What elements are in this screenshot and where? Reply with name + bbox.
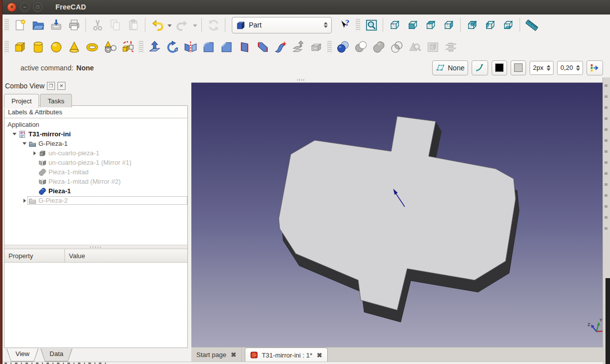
toolbar-separator — [520, 18, 520, 32]
new-document-button[interactable] — [11, 16, 29, 34]
tree-item-application[interactable]: Application — [4, 120, 187, 129]
panel-tab-data[interactable]: Data — [40, 349, 72, 362]
part-torus-icon — [85, 40, 99, 54]
view-fit-all-button[interactable] — [362, 16, 380, 34]
toolbar-drag-handle[interactable] — [327, 41, 332, 53]
part-thickness-button[interactable] — [307, 38, 325, 56]
view-rear-button[interactable] — [463, 16, 481, 34]
part-cylinder-button[interactable] — [29, 38, 47, 56]
part-extrude-button[interactable] — [145, 38, 163, 56]
part-sweep-button[interactable] — [271, 38, 289, 56]
view-right-button[interactable] — [440, 16, 458, 34]
part-cone-button[interactable] — [65, 38, 83, 56]
window-close-button[interactable]: ✕ — [7, 2, 16, 12]
toolbar-drag-handle[interactable] — [4, 41, 9, 53]
toolbar-drag-handle[interactable] — [356, 19, 360, 31]
part-common-button[interactable] — [388, 38, 406, 56]
window-minimize-button[interactable]: – — [20, 2, 29, 12]
mdi-tab-t31-mirror-ini-1[interactable]: T31-mirror-ini : 1*✖ — [245, 348, 328, 362]
part-mirror-button[interactable] — [181, 38, 199, 56]
apply-style-button[interactable] — [587, 60, 603, 75]
view-left-button[interactable] — [481, 16, 499, 34]
part-fillet-button[interactable] — [199, 38, 217, 56]
spinner-arrows[interactable] — [545, 65, 552, 71]
tree-item-un-cuarto-pieza-1[interactable]: un-cuarto-pieza-1 — [4, 148, 187, 158]
window-maximize-button[interactable]: □ — [33, 2, 42, 12]
draft-construction-mode-button[interactable] — [472, 60, 488, 75]
part-defeaturing-icon — [426, 40, 440, 54]
tree-expander[interactable] — [21, 199, 27, 203]
spinner-arrows[interactable] — [575, 65, 582, 71]
mirror-icon — [38, 178, 47, 186]
tree-expander[interactable] — [11, 133, 17, 135]
dock-close-button[interactable]: ✕ — [57, 82, 65, 90]
line-width-spinbox[interactable]: 2px — [530, 61, 554, 75]
freecad-document-icon — [250, 351, 258, 359]
part-offset-button[interactable] — [289, 38, 307, 56]
line-color-button[interactable] — [492, 60, 507, 75]
view-data-tabs: ViewData — [4, 349, 74, 362]
dock-splitter[interactable] — [4, 245, 187, 249]
part-box-button[interactable] — [11, 38, 29, 56]
tree-expander[interactable] — [31, 151, 37, 155]
part-union-button[interactable] — [370, 38, 388, 56]
tree-expander[interactable] — [21, 142, 27, 145]
open-document-button[interactable] — [29, 16, 47, 34]
toolbar-drag-handle[interactable] — [139, 41, 143, 53]
caret-down-button[interactable] — [166, 16, 173, 34]
save-document-button[interactable] — [47, 16, 65, 34]
3d-viewport[interactable]: X Y Z — [191, 82, 603, 348]
part-offset-icon — [292, 40, 305, 54]
working-plane-button[interactable]: None — [432, 60, 468, 75]
print-button[interactable] — [65, 16, 83, 34]
value-column-header[interactable]: Value — [65, 249, 85, 262]
view-front-button[interactable] — [404, 16, 422, 34]
part-torus-button[interactable] — [83, 38, 101, 56]
caret-down-icon — [167, 18, 172, 32]
toolbar-separator — [145, 18, 145, 32]
part-sweep-icon — [274, 40, 287, 54]
tab-close-icon[interactable]: ✖ — [231, 351, 236, 359]
part-ruled-surface-button[interactable] — [235, 38, 253, 56]
panel-tab-view[interactable]: View — [6, 349, 38, 362]
part-primitives-button[interactable] — [101, 38, 119, 56]
tree-item-pieza-1-mitad-mirror-2[interactable]: Pieza-1-mitad (Mirror #2) — [4, 177, 187, 186]
view-bottom-button[interactable] — [499, 16, 517, 34]
view-top-button[interactable] — [422, 16, 440, 34]
tab-project[interactable]: Project — [4, 94, 39, 108]
workbench-selector-arrows[interactable] — [322, 22, 329, 28]
tree-item-t31-mirror-ini[interactable]: T31-mirror-ini — [4, 129, 187, 139]
dock-float-button[interactable]: ❐ — [47, 82, 55, 90]
tab-close-icon[interactable]: ✖ — [317, 352, 322, 359]
part-chamfer-button[interactable] — [217, 38, 235, 56]
toolbar-drag-handle[interactable] — [4, 19, 9, 31]
tree-item-g-pieza-1[interactable]: G-Pieza-1 — [4, 139, 187, 148]
part-shapebuilder-button[interactable] — [119, 38, 137, 56]
tree-item-pieza-1[interactable]: Pieza-1 — [4, 186, 187, 196]
part-boolean-button[interactable] — [334, 38, 352, 56]
part-check-geometry-button — [406, 38, 424, 56]
part-extrude-icon — [148, 40, 161, 54]
property-column-header[interactable]: Property — [4, 249, 65, 262]
active-command-value: None — [76, 64, 94, 72]
viewport-top-splitter[interactable] — [191, 77, 603, 82]
tab-tasks[interactable]: Tasks — [40, 94, 71, 107]
whats-this-button[interactable]: ? — [336, 16, 354, 34]
part-cut-button[interactable] — [352, 38, 370, 56]
view-axonometric-button[interactable] — [386, 16, 404, 34]
part-loft-button[interactable] — [253, 38, 271, 56]
property-table-body[interactable] — [4, 263, 187, 348]
tree-item-un-cuarto-pieza-1-mirror-1[interactable]: un-cuarto-pieza-1 (Mirror #1) — [4, 158, 187, 167]
undo-button[interactable] — [148, 16, 166, 34]
tree-item-g-pieza-2[interactable]: G-Pieza-2 — [4, 196, 187, 205]
workbench-selector[interactable]: Part — [232, 17, 332, 33]
measure-button[interactable] — [523, 16, 541, 34]
part-revolve-button[interactable] — [163, 38, 181, 56]
document-icon — [18, 130, 27, 138]
face-color-button[interactable] — [511, 60, 526, 75]
part-sphere-button[interactable] — [47, 38, 65, 56]
global-scale-spinbox[interactable]: 0,20 — [557, 61, 583, 75]
toolbar-separator — [460, 18, 461, 32]
tree-item-pieza-1-mitad[interactable]: Pieza-1-mitad — [4, 167, 187, 177]
mdi-tab-start-page[interactable]: Start page✖ — [191, 348, 242, 362]
